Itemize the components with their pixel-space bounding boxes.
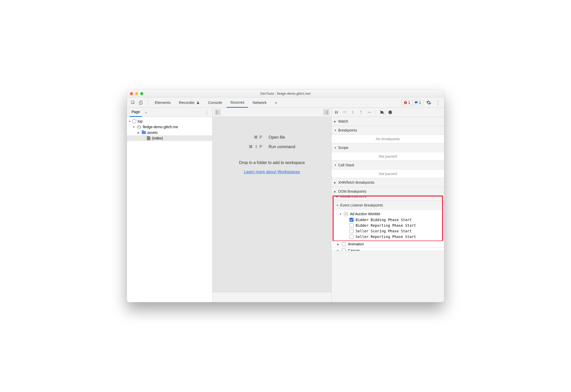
- tab-network[interactable]: Network: [249, 97, 270, 108]
- messages-count: 1: [419, 101, 421, 104]
- svg-point-11: [370, 112, 371, 113]
- tree-label: top: [138, 119, 142, 123]
- highlight-box: ▶Global Listeners ▼Event Listener Breakp…: [333, 195, 443, 242]
- deactivate-breakpoints-icon[interactable]: [379, 110, 385, 115]
- breakpoints-section-header[interactable]: ▼Breakpoints: [332, 126, 444, 135]
- elb-category-label: Ad Auction Worklet: [350, 212, 380, 216]
- svg-rect-7: [337, 111, 338, 114]
- step-into-icon[interactable]: [350, 110, 356, 115]
- show-navigator-icon[interactable]: [215, 110, 220, 115]
- pause-icon[interactable]: [334, 110, 339, 115]
- editor-panel: ⌘ P Open file ⌘ ⇧ P Run command Drop in …: [213, 108, 332, 302]
- shortcut-open-file: ⌘ P Open file: [224, 135, 320, 140]
- kebab-menu-icon[interactable]: ⋮: [434, 99, 442, 106]
- step-out-icon[interactable]: [358, 110, 364, 115]
- elb-item-seller-scoring[interactable]: Seller Scoring Phase Start: [334, 228, 442, 234]
- section-title: Global Listeners: [340, 195, 366, 198]
- shortcut-run-command: ⌘ ⇧ P Run command: [224, 144, 320, 149]
- dom-breakpoints-section-header[interactable]: ▶DOM Breakpoints: [332, 187, 444, 196]
- tree-domain[interactable]: ▼ fledge-demo.glitch.me: [127, 124, 212, 130]
- checkbox-indeterminate-icon[interactable]: [344, 212, 348, 216]
- page-tab[interactable]: Page: [129, 108, 142, 117]
- shortcut-keys: ⌘ ⇧ P: [224, 144, 262, 149]
- step-over-icon[interactable]: [342, 110, 347, 115]
- checkbox-unchecked-icon[interactable]: [349, 229, 354, 233]
- more-tabs-button[interactable]: »: [271, 97, 280, 108]
- section-title: Call Stack: [338, 163, 354, 167]
- device-toggle-icon[interactable]: [138, 99, 145, 106]
- inspect-element-icon[interactable]: [129, 99, 137, 106]
- section-title: Breakpoints: [338, 128, 357, 132]
- error-icon: [404, 101, 407, 104]
- section-title: DOM Breakpoints: [338, 189, 366, 193]
- tab-sources[interactable]: Sources: [227, 97, 248, 108]
- checkbox-unchecked-icon[interactable]: [342, 248, 346, 251]
- message-icon: [414, 101, 418, 104]
- messages-badge[interactable]: 1: [412, 100, 423, 105]
- event-listener-bp-section-header[interactable]: ▼Event Listener Breakpoints: [334, 201, 442, 210]
- file-icon: [147, 136, 150, 140]
- elb-item-label: Bidder Bidding Phase Start: [356, 218, 412, 222]
- debugger-panel: ▶Watch ▼Breakpoints No breakpoints ▼Scop…: [332, 108, 444, 302]
- callstack-section-header[interactable]: ▼Call Stack: [332, 161, 444, 169]
- shortcut-keys: ⌘ P: [224, 135, 262, 140]
- tab-elements[interactable]: Elements: [151, 97, 174, 108]
- learn-workspaces-link[interactable]: Learn more about Workspaces: [244, 170, 300, 174]
- minimize-window-button[interactable]: [135, 92, 138, 95]
- tree-frame-top[interactable]: ▼ top: [127, 118, 212, 124]
- settings-gear-icon[interactable]: [425, 99, 432, 106]
- checkbox-unchecked-icon[interactable]: [349, 223, 354, 227]
- tree-folder-assets[interactable]: ▶ assets: [127, 130, 212, 135]
- elb-category-animation[interactable]: ▶ Animation: [332, 241, 444, 247]
- errors-count: 1: [408, 101, 410, 104]
- window-title: DevTools - fledge-demo.glitch.me/: [127, 92, 444, 95]
- file-tree: ▼ top ▼ fledge-demo.glitch.me ▶ assets (…: [127, 117, 212, 302]
- status-badges: 1 1: [401, 100, 423, 105]
- window-controls: [130, 92, 143, 95]
- pause-exceptions-icon[interactable]: [388, 110, 393, 115]
- svg-rect-6: [335, 111, 336, 114]
- navigator-tabs: Page » ⋮: [127, 108, 212, 117]
- section-title: XHR/fetch Breakpoints: [338, 180, 375, 184]
- editor-placeholder: ⌘ P Open file ⌘ ⇧ P Run command Drop in …: [213, 117, 331, 292]
- step-icon[interactable]: [366, 110, 372, 115]
- elb-category-ad-auction[interactable]: ▼ Ad Auction Worklet: [334, 211, 442, 217]
- event-listener-bp-body: ▼ Ad Auction Worklet Bidder Bidding Phas…: [334, 210, 442, 241]
- global-listeners-section-header[interactable]: ▶Global Listeners: [334, 195, 442, 201]
- svg-point-8: [344, 113, 345, 114]
- navigator-more-tabs[interactable]: »: [143, 108, 149, 117]
- elb-item-bidder-bidding[interactable]: Bidder Bidding Phase Start: [334, 217, 442, 223]
- checkbox-unchecked-icon[interactable]: [342, 242, 346, 246]
- tab-console[interactable]: Console: [204, 97, 226, 108]
- elb-item-seller-reporting[interactable]: Seller Reporting Phase Start: [334, 234, 442, 239]
- checkbox-checked-icon[interactable]: [349, 218, 354, 222]
- elb-item-bidder-reporting[interactable]: Bidder Reporting Phase Start: [334, 223, 442, 228]
- elb-item-label: Seller Reporting Phase Start: [356, 235, 416, 239]
- folder-icon: [142, 131, 146, 134]
- editor-tabs: [213, 108, 331, 117]
- navigator-kebab-icon[interactable]: ⋮: [204, 110, 210, 115]
- watch-section-header[interactable]: ▶Watch: [332, 117, 444, 126]
- titlebar: DevTools - fledge-demo.glitch.me/: [127, 90, 444, 97]
- scope-section-header[interactable]: ▼Scope: [332, 143, 444, 152]
- tab-recorder-label: Recorder: [179, 100, 195, 105]
- scope-empty: Not paused: [332, 152, 444, 160]
- elb-item-label: Seller Scoring Phase Start: [356, 229, 412, 233]
- tree-label: fledge-demo.glitch.me: [143, 125, 178, 129]
- svg-rect-2: [139, 102, 141, 105]
- close-window-button[interactable]: [130, 92, 133, 95]
- flask-icon: [196, 101, 200, 104]
- tree-label: (index): [152, 136, 163, 140]
- debugger-toolbar: [332, 108, 444, 117]
- tab-recorder[interactable]: Recorder: [175, 97, 204, 108]
- xhr-section-header[interactable]: ▶XHR/fetch Breakpoints: [332, 178, 444, 187]
- zoom-window-button[interactable]: [140, 92, 143, 95]
- tree-file-index[interactable]: (index): [127, 135, 212, 141]
- workspace-drop-hint: Drop in a folder to add to workspace: [239, 160, 305, 165]
- shortcut-label: Open file: [269, 135, 320, 140]
- section-title: Event Listener Breakpoints: [340, 203, 383, 207]
- elb-category-canvas[interactable]: ▶ Canvas: [332, 247, 444, 251]
- errors-badge[interactable]: 1: [402, 100, 412, 105]
- checkbox-unchecked-icon[interactable]: [349, 235, 354, 239]
- show-debugger-icon[interactable]: [324, 110, 329, 115]
